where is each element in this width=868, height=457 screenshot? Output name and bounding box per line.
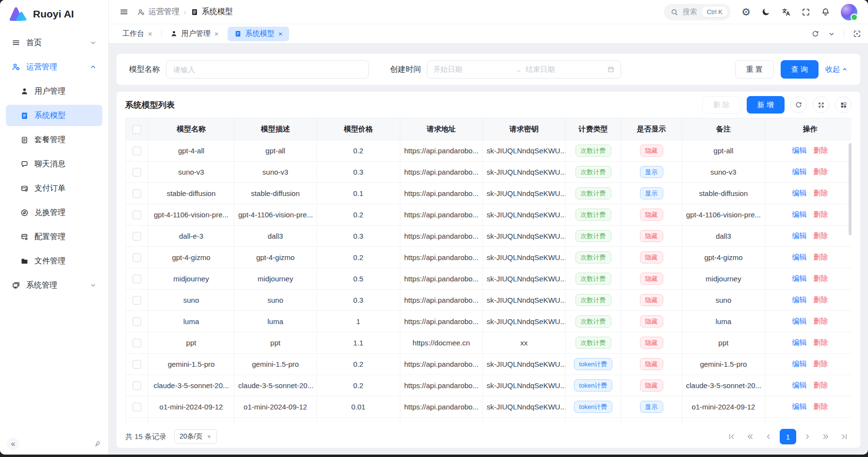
edit-link[interactable]: 编辑: [792, 167, 807, 176]
select-all-checkbox[interactable]: [132, 125, 141, 134]
date-range-input[interactable]: 开始日期 → 结束日期: [427, 60, 621, 79]
edit-link[interactable]: 编辑: [792, 231, 807, 240]
edit-link[interactable]: 编辑: [792, 146, 807, 154]
row-checkbox[interactable]: [132, 381, 141, 390]
tab-label: 用户管理: [181, 29, 211, 38]
global-search[interactable]: 搜索 Ctrl K: [664, 4, 731, 20]
edit-link[interactable]: 编辑: [792, 402, 807, 410]
cell-model-name: stable-diffusion: [148, 183, 234, 204]
moon-icon[interactable]: [761, 7, 770, 16]
edit-link[interactable]: 编辑: [792, 253, 807, 261]
sidebar-item-payment-orders[interactable]: 支付订单: [6, 178, 102, 199]
sidebar-item-file-management[interactable]: 文件管理: [6, 250, 102, 272]
tab-workbench[interactable]: 工作台 ×: [115, 27, 159, 41]
query-button[interactable]: 查 询: [781, 60, 819, 79]
delete-link[interactable]: 删除: [814, 338, 828, 346]
cell-billing-type: 次数计费: [566, 204, 621, 226]
row-checkbox[interactable]: [132, 211, 141, 219]
collapse-filter-link[interactable]: 收起: [825, 65, 848, 74]
row-select-cell: [126, 332, 148, 354]
sidebar-item-home[interactable]: 首页: [6, 32, 102, 53]
column-header: 模型价格: [317, 118, 400, 140]
sidebar-item-user-management[interactable]: 用户管理: [6, 81, 102, 102]
row-checkbox[interactable]: [132, 317, 141, 326]
chevron-down-icon[interactable]: [828, 31, 835, 37]
sidebar-item-redeem-management[interactable]: 兑换管理: [6, 202, 102, 223]
sidebar-item-system-model[interactable]: 系统模型: [6, 105, 102, 126]
delete-link[interactable]: 删除: [814, 189, 828, 197]
translate-icon[interactable]: [781, 7, 791, 17]
row-checkbox[interactable]: [132, 147, 141, 155]
row-checkbox[interactable]: [132, 296, 141, 305]
close-icon[interactable]: ×: [148, 30, 152, 38]
tab-system-model[interactable]: 系统模型 ×: [228, 27, 290, 41]
sidebar-item-config-management[interactable]: 配置管理: [6, 226, 102, 247]
sidebar-item-system-management[interactable]: 系统管理: [6, 275, 102, 296]
model-name-input[interactable]: [166, 60, 369, 79]
next-page-icon[interactable]: [800, 429, 815, 444]
delete-link[interactable]: 删除: [814, 359, 828, 368]
edit-link[interactable]: 编辑: [792, 381, 807, 389]
refresh-icon[interactable]: [811, 30, 819, 38]
row-checkbox[interactable]: [132, 232, 141, 241]
last-page-icon[interactable]: [837, 429, 852, 444]
fullscreen-table-button[interactable]: [813, 97, 829, 113]
row-checkbox[interactable]: [132, 360, 141, 369]
reset-button[interactable]: 重 置: [735, 60, 774, 79]
settings-icon[interactable]: ⚙: [741, 7, 751, 17]
next-double-icon[interactable]: [819, 429, 833, 444]
edit-link[interactable]: 编辑: [792, 359, 807, 368]
sidebar-item-chat-messages[interactable]: 聊天消息: [6, 153, 102, 175]
sidebar-item-operations[interactable]: 运营管理: [6, 56, 102, 78]
row-checkbox[interactable]: [132, 253, 141, 262]
delete-link[interactable]: 删除: [814, 167, 828, 176]
column-setting-button[interactable]: [835, 97, 852, 113]
content-fullscreen-icon[interactable]: [853, 30, 861, 38]
delete-link[interactable]: 删除: [814, 402, 828, 410]
row-checkbox[interactable]: [132, 339, 141, 347]
page-size-select[interactable]: 20条/页 ▼: [174, 429, 217, 444]
close-icon[interactable]: ×: [278, 30, 283, 38]
logo[interactable]: Ruoyi AI: [0, 0, 108, 28]
cell-visibility: 隐藏: [621, 354, 682, 375]
edit-link[interactable]: 编辑: [792, 189, 807, 197]
sidebar-toggle-icon[interactable]: [119, 7, 129, 16]
sidebar-collapse-button[interactable]: «: [7, 438, 19, 450]
row-checkbox[interactable]: [132, 189, 141, 198]
bell-icon[interactable]: [821, 7, 830, 16]
edit-link[interactable]: 编辑: [792, 274, 807, 282]
row-checkbox[interactable]: [132, 275, 141, 283]
delete-link[interactable]: 删除: [814, 295, 828, 304]
tab-user-management[interactable]: 用户管理 ×: [164, 27, 226, 41]
delete-link[interactable]: 删除: [814, 253, 828, 261]
delete-button[interactable]: 删 除: [702, 96, 741, 114]
prev-double-icon[interactable]: [743, 429, 757, 444]
delete-link[interactable]: 删除: [814, 210, 828, 218]
edit-link[interactable]: 编辑: [792, 210, 807, 218]
billing-type-badge: 次数计费: [575, 315, 611, 328]
row-checkbox[interactable]: [132, 168, 141, 177]
visibility-badge: 隐藏: [640, 251, 663, 264]
row-checkbox[interactable]: [132, 403, 141, 411]
table-scrollbar[interactable]: [849, 143, 852, 235]
add-button[interactable]: 新 增: [747, 96, 785, 114]
delete-link[interactable]: 删除: [814, 231, 828, 240]
close-icon[interactable]: ×: [214, 30, 219, 38]
delete-link[interactable]: 删除: [814, 274, 828, 282]
sidebar-item-package-management[interactable]: 套餐管理: [6, 129, 102, 150]
row-select-cell: [126, 311, 148, 332]
breadcrumb-parent[interactable]: 运营管理: [137, 7, 180, 17]
delete-link[interactable]: 删除: [814, 381, 828, 389]
edit-link[interactable]: 编辑: [792, 338, 807, 346]
edit-link[interactable]: 编辑: [792, 317, 807, 325]
avatar[interactable]: [841, 4, 857, 20]
pin-icon[interactable]: [92, 438, 103, 450]
current-page[interactable]: 1: [780, 429, 796, 444]
delete-link[interactable]: 删除: [814, 317, 828, 325]
refresh-button[interactable]: [790, 97, 807, 113]
fullscreen-icon[interactable]: [802, 8, 810, 16]
first-page-icon[interactable]: [724, 429, 739, 444]
delete-link[interactable]: 删除: [814, 146, 828, 154]
edit-link[interactable]: 编辑: [792, 295, 807, 304]
prev-page-icon[interactable]: [761, 429, 776, 444]
